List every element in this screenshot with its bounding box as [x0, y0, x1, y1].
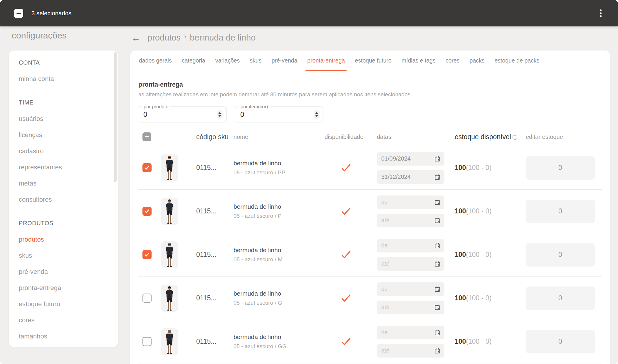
col-header-nome: nome [234, 134, 320, 140]
sidebar-item-pr-venda[interactable]: pré-venda [19, 264, 118, 280]
calendar-icon [434, 286, 441, 292]
col-header-sku: código sku [188, 133, 234, 141]
selection-count-label: 3 selecionados [31, 10, 71, 17]
back-arrow-icon[interactable]: ← [131, 33, 140, 43]
minus-icon [145, 136, 149, 137]
tab-varia-es[interactable]: variações [215, 50, 240, 71]
page-body: configurações CONTAminha contaTIMEusuári… [0, 26, 618, 364]
sidebar-item-consultores[interactable]: consultores [19, 191, 118, 208]
product-tabs: dados geraiscategoriavariaçõesskuspré-ve… [130, 50, 610, 71]
calendar-icon [434, 329, 441, 336]
sku-code: 0115... [188, 207, 234, 215]
panel-subtitle: as alterações realizadas em lote podem d… [138, 91, 602, 98]
per-item-color-field[interactable]: por item(cor) 0 [235, 107, 323, 122]
product-variant: 05 - azul escuro / M [234, 256, 320, 263]
date-to-input[interactable]: até [377, 257, 444, 271]
sidebar-item-pronta-entrega[interactable]: pronta-entrega [19, 280, 118, 296]
sidebar-item-licen-as[interactable]: licenças [19, 127, 118, 143]
sidebar-item-cadastro[interactable]: cadastro [19, 143, 118, 159]
sidebar-item-estoque-futuro[interactable]: estoque futuro [19, 296, 118, 312]
tab-categoria[interactable]: categoria [181, 50, 206, 71]
date-from-input[interactable]: de [377, 282, 444, 296]
available-stock: 100(100 - 0) [449, 294, 521, 302]
product-image [161, 241, 178, 268]
sidebar-item-metas[interactable]: metas [19, 175, 118, 191]
breadcrumb-parent[interactable]: produtos [147, 33, 181, 43]
edit-stock-input[interactable]: 0 [526, 287, 595, 310]
table-row: 0115... bermuda de linho 05 - azul escur… [138, 190, 602, 233]
product-name: bermuda de linho [234, 160, 320, 167]
product-variant: 05 - azul escuro / PP [234, 169, 320, 176]
date-to-input[interactable]: até [377, 301, 444, 314]
sidebar-item-usu-rios[interactable]: usuários [19, 111, 118, 127]
table-body: 0115... bermuda de linho 05 - azul escur… [138, 146, 602, 363]
edit-stock-input[interactable]: 0 [526, 156, 595, 180]
date-from-input[interactable]: de [377, 326, 444, 339]
tab-pronta-entrega[interactable]: pronta-entrega [307, 50, 345, 71]
tab-cores[interactable]: cores [445, 50, 460, 71]
date-to-input[interactable]: até [377, 344, 444, 358]
sidebar-scrollbar[interactable] [114, 52, 117, 182]
breadcrumb: ← produtos › bermuda de linho [131, 33, 256, 43]
edit-stock-input[interactable]: 0 [526, 243, 595, 267]
info-icon[interactable] [512, 134, 518, 140]
product-variant: 05 - azul escuro / GG [234, 343, 320, 350]
row-checkbox[interactable] [142, 163, 152, 172]
product-image [161, 154, 178, 181]
sidebar-item-produtos[interactable]: produtos [19, 231, 118, 247]
tab-m-dias-e-tags[interactable]: mídias e tags [401, 50, 436, 71]
date-from-input[interactable]: de [377, 196, 444, 209]
tab-pr-venda[interactable]: pré-venda [271, 50, 298, 71]
per-product-value: 0 [143, 110, 147, 119]
tab-estoque-de-packs[interactable]: estoque de packs [494, 50, 540, 71]
minus-icon [16, 13, 21, 14]
table-row: 0115... bermuda de linho 05 - azul escur… [138, 233, 602, 277]
calendar-icon [434, 199, 441, 205]
table-row: 0115... bermuda de linho 05 - azul escur… [138, 320, 602, 363]
date-to-input[interactable]: 31/12/2024 [377, 170, 444, 184]
per-item-color-value: 0 [240, 110, 244, 119]
tab-dados-gerais[interactable]: dados gerais [138, 50, 172, 71]
row-checkbox[interactable] [142, 337, 152, 346]
tab-packs[interactable]: packs [469, 50, 485, 71]
tab-estoque-futuro[interactable]: estoque futuro [354, 50, 392, 71]
calendar-icon [434, 304, 441, 311]
edit-stock-input[interactable]: 0 [526, 200, 595, 223]
select-all-checkbox[interactable] [14, 9, 23, 18]
sku-code: 0115... [188, 251, 234, 259]
product-variant: 05 - azul escuro / P [234, 213, 320, 219]
row-checkbox[interactable] [142, 250, 152, 259]
date-from-input[interactable]: de [377, 239, 444, 252]
row-checkbox[interactable] [142, 207, 152, 216]
sidebar-item-tamanhos[interactable]: tamanhos [19, 328, 118, 344]
table-header: código sku nome disponibilidade datas es… [138, 132, 602, 146]
product-name: bermuda de linho [234, 333, 320, 341]
sku-code: 0115... [188, 164, 234, 172]
date-from-input[interactable]: 01/09/2024 [377, 152, 444, 166]
settings-sidebar: CONTAminha contaTIMEusuárioslicençascada… [9, 50, 118, 347]
edit-stock-input[interactable]: 0 [526, 330, 595, 353]
available-stock: 100(100 - 0) [449, 338, 521, 346]
available-check-icon [340, 207, 352, 216]
sidebar-item-cores[interactable]: cores [19, 312, 118, 328]
stepper-icon[interactable] [217, 110, 223, 119]
select-all-rows-checkbox[interactable] [142, 132, 151, 141]
calendar-icon [434, 242, 441, 249]
breadcrumb-current: bermuda de linho [190, 33, 256, 43]
row-checkbox[interactable] [142, 294, 152, 303]
app-window: 3 selecionados configurações CONTAminha … [0, 0, 618, 364]
sidebar-item-minha-conta[interactable]: minha conta [19, 71, 118, 87]
kebab-menu-icon[interactable] [598, 7, 604, 19]
col-header-estoque-disponivel: estoque disponível [449, 133, 521, 141]
per-product-field[interactable]: por produto 0 [138, 107, 226, 122]
tab-skus[interactable]: skus [249, 50, 262, 71]
stepper-icon[interactable] [314, 110, 320, 119]
chevron-right-icon: › [184, 33, 186, 41]
page-title: configurações [12, 31, 67, 41]
sidebar-item-skus[interactable]: skus [19, 247, 118, 264]
per-product-label: por produto [142, 104, 170, 109]
sidebar-section-header-conta: CONTA [19, 55, 118, 71]
selection-toolbar: 3 selecionados [0, 0, 618, 26]
sidebar-item-representantes[interactable]: representantes [19, 159, 118, 175]
date-to-input[interactable]: até [377, 214, 444, 227]
